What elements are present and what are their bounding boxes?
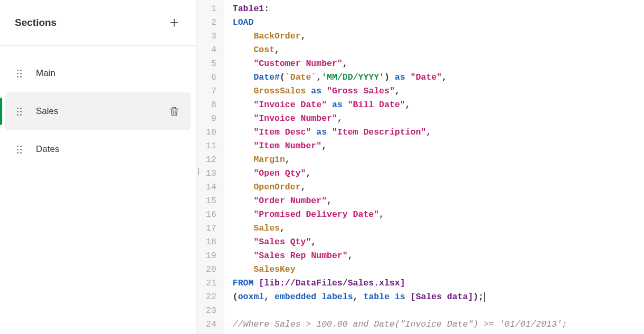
line-number: 12 [206,153,216,167]
line-number: 19 [206,249,216,263]
section-item-dates[interactable]: Dates [0,130,196,168]
section-label: Dates [36,144,59,155]
code-line[interactable]: "Order Number", [233,194,567,208]
line-number: 4 [206,43,216,57]
code-line[interactable]: Table1: [233,2,567,16]
line-number: 10 [206,126,216,139]
code-line[interactable]: "Open Qty", [233,167,567,180]
code-line[interactable]: "Promised Delivery Date", [233,208,567,222]
section-list: MainSalesDates [0,46,196,168]
line-number: 7 [206,84,216,98]
code-line[interactable]: FROM [lib://DataFiles/Sales.xlsx] [233,276,567,290]
line-number: 2 [206,16,216,30]
line-number: 22 [206,290,216,304]
code-line[interactable]: Margin, [233,153,567,167]
code-line[interactable] [233,304,567,318]
sections-sidebar: Sections MainSalesDates || [0,0,196,334]
code-line[interactable]: "Sales Rep Number", [233,249,567,263]
code-line[interactable]: "Item Desc" as "Item Description", [233,126,567,139]
line-number: 15 [206,194,216,208]
sidebar-title: Sections [15,17,56,28]
code-line[interactable]: OpenOrder, [233,180,567,194]
drag-handle-icon[interactable] [17,108,24,116]
line-number: 18 [206,235,216,249]
line-number: 8 [206,98,216,112]
section-item-main[interactable]: Main [0,54,196,92]
code-line[interactable]: Cost, [233,43,567,57]
code-line[interactable]: //Where Sales > 100.00 and Date("Invoice… [233,318,567,331]
section-label: Sales [36,106,59,117]
code-line[interactable]: "Invoice Number", [233,112,567,126]
code-line[interactable]: "Item Number", [233,139,567,153]
code-area[interactable]: Table1:LOAD BackOrder, Cost, "Customer N… [224,0,567,334]
line-number: 5 [206,57,216,71]
code-line[interactable]: Sales, [233,222,567,235]
line-number: 1 [206,2,216,16]
line-number: 6 [206,71,216,84]
delete-icon[interactable] [168,106,180,117]
code-line[interactable]: "Sales Qty", [233,235,567,249]
line-number: 20 [206,263,216,276]
code-line[interactable]: "Invoice Date" as "Bill Date", [233,98,567,112]
line-number: 9 [206,112,216,126]
code-line[interactable]: SalesKey [233,263,567,276]
code-line[interactable]: LOAD [233,16,567,30]
code-editor[interactable]: 123456789101112131415161718192021222324 … [196,0,644,334]
section-item-sales[interactable]: Sales [5,92,191,130]
line-gutter: 123456789101112131415161718192021222324 [196,0,224,334]
drag-handle-icon[interactable] [17,70,24,78]
code-line[interactable]: GrossSales as "Gross Sales", [233,84,567,98]
plus-icon [168,17,180,28]
drag-handle-icon[interactable] [17,146,24,154]
line-number: 13 [206,167,216,180]
line-number: 24 [206,318,216,331]
code-line[interactable]: Date#(`Date`,'MM/DD/YYYY') as "Date", [233,71,567,84]
code-line[interactable]: "Customer Number", [233,57,567,71]
line-number: 3 [206,30,216,43]
line-number: 16 [206,208,216,222]
sidebar-header: Sections [0,0,196,46]
section-label: Main [36,68,55,79]
line-number: 21 [206,276,216,290]
add-section-button[interactable] [167,16,181,30]
code-line[interactable]: (ooxml, embedded labels, table is [Sales… [233,290,567,304]
code-line[interactable]: BackOrder, [233,30,567,43]
line-number: 14 [206,180,216,194]
line-number: 11 [206,139,216,153]
line-number: 17 [206,222,216,235]
line-number: 23 [206,304,216,318]
